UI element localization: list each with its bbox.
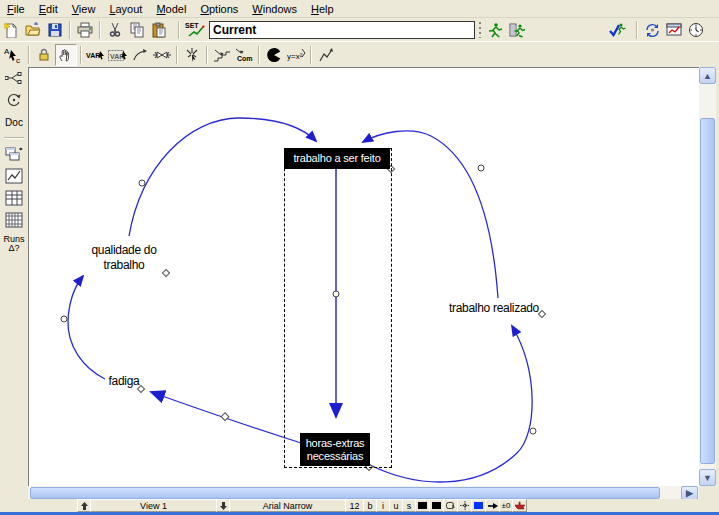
toolbar-grip — [478, 22, 481, 38]
arrow-tool-button[interactable] — [129, 44, 151, 66]
svg-text:A: A — [4, 47, 10, 56]
equation-tool-icon: y=x² — [285, 47, 307, 63]
variable-tool-button[interactable]: VAR — [85, 44, 107, 66]
graph-button[interactable] — [2, 166, 26, 186]
check-simulate-icon — [608, 22, 626, 38]
output-button[interactable] — [663, 19, 685, 41]
position-button[interactable] — [457, 499, 472, 512]
comment-tool-button[interactable]: Com — [233, 44, 255, 66]
node-qualidade-do-trabalho[interactable]: qualidade do trabalho — [74, 243, 174, 273]
comment-tool-icon: Com — [233, 47, 255, 63]
reference-mode-tool-button[interactable] — [315, 44, 337, 66]
arrow-style-icon — [488, 502, 498, 510]
underline-button[interactable]: u — [389, 499, 403, 512]
menu-model[interactable]: Model — [149, 2, 193, 16]
menu-options[interactable]: Options — [193, 2, 245, 16]
paste-button[interactable] — [148, 19, 170, 41]
menu-layout[interactable]: Layout — [102, 2, 149, 16]
horizontal-scrollbar[interactable]: ▶ — [28, 486, 699, 499]
runs-compare-button[interactable]: RunsΔ? — [2, 232, 26, 256]
toolbar-separator — [636, 21, 638, 39]
print-icon — [77, 22, 93, 38]
menu-file[interactable]: File — [0, 2, 32, 16]
analysis-sidebar: Doc RunsΔ? — [0, 67, 28, 499]
scroll-down-button[interactable]: ▼ — [699, 469, 716, 486]
text-color-button[interactable] — [415, 499, 430, 512]
save-floppy-icon — [47, 22, 63, 38]
gauge-button[interactable] — [685, 19, 707, 41]
menu-view[interactable]: View — [65, 2, 103, 16]
document-button[interactable]: Doc — [2, 112, 26, 132]
set-button[interactable]: SET — [183, 19, 207, 41]
paste-clipboard-icon — [151, 22, 167, 38]
italic-button[interactable]: i — [376, 499, 390, 512]
vertical-scrollbar[interactable]: ▲ ▼ — [699, 67, 716, 486]
strike-button[interactable]: s — [402, 499, 416, 512]
node-horas-extras-necessarias[interactable]: horas-extras necessárias — [300, 433, 370, 466]
vertical-scroll-thumb[interactable] — [700, 118, 715, 464]
arrow-color-button[interactable] — [471, 499, 486, 512]
copy-button[interactable] — [126, 19, 148, 41]
io-object-tool-button[interactable] — [211, 44, 233, 66]
toolbar-separator — [178, 21, 180, 39]
horizontal-scroll-thumb[interactable] — [30, 487, 660, 499]
shape-picker-button[interactable] — [443, 499, 458, 512]
link-handle[interactable] — [61, 316, 67, 322]
toolbar-separator — [80, 46, 82, 64]
simulate-button[interactable] — [484, 19, 506, 41]
text-color-swatch — [418, 502, 427, 509]
menu-help[interactable]: Help — [304, 2, 341, 16]
document-icon: Doc — [5, 118, 23, 127]
selection-rect[interactable] — [284, 148, 392, 468]
node-trabalho-realizado[interactable]: trabalho realizado — [441, 301, 547, 316]
link-horas-extras-to-trabalho-realizado[interactable] — [370, 326, 532, 482]
new-button[interactable] — [0, 19, 22, 41]
font-name-panel[interactable]: Arial Narrow — [229, 499, 346, 512]
shape-color-button[interactable] — [429, 499, 444, 512]
view-down-button[interactable] — [216, 499, 230, 512]
status-bar: View 1 Arial Narrow 12 b i u s ±0 — [0, 499, 719, 512]
hand-pointer-button[interactable] — [512, 499, 527, 512]
node-trabalho-a-ser-feito[interactable]: trabalho a ser feito — [284, 148, 390, 169]
toolbar-separator — [28, 46, 30, 64]
shift-button[interactable]: ±0 — [499, 499, 513, 512]
move-tool-button[interactable] — [55, 44, 77, 66]
bold-button[interactable]: b — [363, 499, 377, 512]
view-up-button[interactable] — [77, 499, 91, 512]
link-fadiga-to-qualidade[interactable] — [68, 276, 105, 379]
save-button[interactable] — [44, 19, 66, 41]
arrow-style-button[interactable] — [485, 499, 500, 512]
font-size-panel[interactable]: 12 — [345, 499, 364, 512]
synthesim-button[interactable] — [641, 19, 663, 41]
simulation-setup-button[interactable] — [506, 19, 528, 41]
rate-tool-button[interactable] — [151, 44, 173, 66]
delete-tool-button[interactable] — [263, 44, 285, 66]
menu-windows[interactable]: Windows — [245, 2, 304, 16]
node-fadiga[interactable]: fadiga — [100, 374, 148, 389]
shadow-variable-tool-button[interactable]: VAR — [107, 44, 129, 66]
open-button[interactable] — [22, 19, 44, 41]
table-button[interactable] — [2, 188, 26, 208]
current-run-input[interactable] — [209, 21, 475, 39]
cut-button[interactable] — [104, 19, 126, 41]
scroll-right-button[interactable]: ▶ — [681, 486, 698, 500]
check-simulate-button[interactable] — [606, 19, 628, 41]
merge-tool-button[interactable] — [181, 44, 203, 66]
menu-edit[interactable]: Edit — [32, 2, 65, 16]
scroll-up-button[interactable]: ▲ — [699, 67, 716, 84]
link-handle[interactable] — [478, 165, 484, 171]
view-name-panel[interactable]: View 1 — [90, 499, 217, 512]
link-handle[interactable] — [139, 180, 145, 186]
print-button[interactable] — [74, 19, 96, 41]
pointer-tool-button[interactable]: Ac — [2, 44, 24, 66]
causes-tree-button[interactable] — [2, 68, 26, 88]
svg-text:VAR: VAR — [86, 52, 100, 59]
cut-scissors-icon — [107, 22, 123, 38]
lock-tool-button[interactable] — [33, 44, 55, 66]
causes-strip-button[interactable] — [2, 144, 26, 164]
table-time-button[interactable] — [2, 210, 26, 230]
equation-tool-button[interactable]: y=x² — [285, 44, 307, 66]
link-handle[interactable] — [530, 428, 536, 434]
loops-button[interactable] — [2, 90, 26, 110]
sketch-canvas[interactable]: trabalho a ser feito horas-extras necess… — [28, 67, 700, 487]
